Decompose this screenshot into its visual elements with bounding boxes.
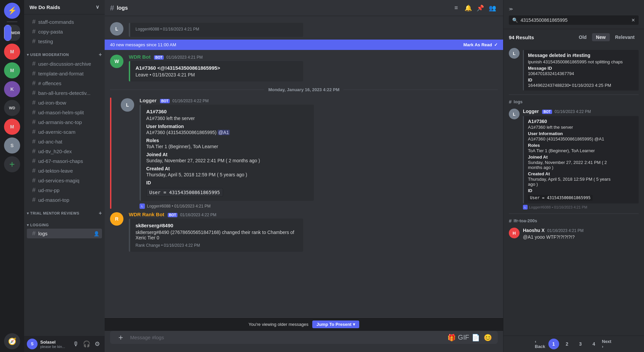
sidebar-item-ud-armanis-anc-top[interactable]: # ud-armanis-anc-top	[27, 117, 102, 127]
search-input[interactable]	[521, 17, 629, 23]
sidebar-item-ud-masori-helm-split[interactable]: # ud-masori-helm-split	[27, 108, 102, 117]
section-hash-icon: #	[509, 218, 512, 224]
sidebar-item-user-discussion-archive[interactable]: # user-discussion-archive	[27, 59, 102, 69]
result-text: @A1 yooo WTF?!?!?!?!?	[523, 234, 639, 240]
message-group-logger-leave: L Logger BOT 01/16/2023 4:22 PM A1#7360 …	[105, 96, 503, 210]
sidebar-item-ud-mv-pp[interactable]: # ud-mv-pp	[27, 185, 102, 195]
sidebar-item-ud-67-masori-chaps[interactable]: # ud-67-masori-chaps	[27, 156, 102, 166]
page-1-button[interactable]: 1	[548, 339, 559, 349]
search-result-haoshu[interactable]: H Haoshu X 01/16/2023 4:21 PM @A1 yooo W…	[503, 225, 644, 242]
deafen-button[interactable]: 🎧	[82, 339, 91, 349]
bot-badge: BOT	[542, 110, 552, 114]
user-controls: 🎙 🎧 ⚙	[71, 339, 102, 349]
jump-to-present-button[interactable]: Jump To Present ▾	[312, 320, 359, 328]
search-icon: 🔍	[512, 17, 518, 23]
message-header: WDR Bot BOT 01/16/2023 4:21 PM	[129, 54, 498, 60]
settings-button[interactable]: ⚙	[93, 339, 102, 349]
message-embed: sk8erserg#8490 sk8erserg#8490 (276786505…	[129, 219, 303, 252]
server-m4[interactable]: WD	[4, 100, 20, 116]
chat-header: # logs ≡ 🔔 📌 👥	[105, 0, 503, 16]
sidebar-item-ud-masori-top[interactable]: # ud-masori-top	[27, 195, 102, 205]
message-header: WDR Rank Bot BOT 01/16/2023 4:22 PM	[129, 212, 498, 217]
code-text: User = 431543500861865995	[149, 190, 220, 195]
sidebar-item-ud-anc-hat[interactable]: # ud-anc-hat	[27, 137, 102, 146]
section-trial-mentor-reviews[interactable]: ▾ TRIAL MENTOR REVIEWS +	[24, 205, 105, 218]
server-m6[interactable]: S	[4, 137, 20, 154]
sort-old-button[interactable]: Old	[575, 33, 591, 41]
clear-search-button[interactable]: ✕	[631, 17, 635, 23]
deleted-message-embed: Message deleted in #testing lpunish 4315…	[523, 50, 639, 91]
sidebar-server-name[interactable]: We Do Raids ∨	[24, 0, 105, 14]
sidebar-item-template-and-format[interactable]: # template-and-format	[27, 69, 102, 78]
sidebar-item-ud-tekton-leave[interactable]: # ud-tekton-leave	[27, 166, 102, 176]
embed-field-value-joined: Sunday, November 27, 2022 2:41 PM ( 2 mo…	[146, 158, 309, 163]
page-4-button[interactable]: 4	[589, 339, 599, 349]
result-avatar: L	[509, 109, 520, 119]
user-info-value: A1#7360 (431543500861865995) @A1	[528, 136, 635, 141]
id-code: User = 431543500861865995	[528, 195, 593, 201]
back-page-button[interactable]: ‹ Back	[535, 339, 546, 349]
search-result-deleted[interactable]: L Message deleted in #testing lpunish 43…	[503, 45, 644, 93]
deleted-msg-title: Message deleted in #testing	[528, 53, 635, 58]
sidebar-item-ud-avernic-scam[interactable]: # ud-avernic-scam	[27, 127, 102, 137]
message-author: Logger	[140, 98, 157, 103]
server-m5[interactable]: M	[4, 119, 20, 135]
section-logging[interactable]: ▾ LOGGING	[24, 218, 105, 229]
sidebar-item-logs[interactable]: # logs 👤	[27, 229, 102, 238]
pin-icon[interactable]: 📌	[475, 3, 486, 13]
attach-file-button[interactable]: +	[115, 332, 126, 343]
user-mention[interactable]: @A1	[594, 136, 604, 141]
hash-icon: #	[32, 119, 36, 126]
result-section-lfr: # lfr-toa-200s	[503, 217, 644, 225]
mark-as-read-button[interactable]: Mark As Read ✓	[464, 42, 498, 47]
page-3-button[interactable]: 3	[575, 339, 586, 349]
server-m2[interactable]: M	[4, 62, 20, 78]
embed-leave-field: Leave • 01/16/2023 4:21 PM	[136, 72, 298, 77]
threads-icon[interactable]: ≡	[451, 3, 462, 13]
channel-list: # staff-commands # copy-pasta # testing …	[24, 14, 105, 336]
result-timestamp: 01/16/2023 4:21 PM	[547, 228, 584, 233]
notification-icon[interactable]: 🔔	[463, 3, 474, 13]
new-messages-text: 40 new messages since 11:00 AM	[110, 42, 176, 47]
server-wdr[interactable]: WDR	[4, 25, 20, 41]
server-m1[interactable]: M	[4, 44, 20, 60]
mute-button[interactable]: 🎙	[71, 339, 80, 349]
collapse-search-button[interactable]: ≫	[509, 7, 513, 11]
explore-servers[interactable]: 🧭	[4, 333, 20, 349]
divider	[509, 95, 639, 95]
add-channel-icon-2[interactable]: +	[99, 210, 102, 216]
sidebar-item-ud-ttv-h20-dex[interactable]: # ud-ttv_h20-dex	[27, 146, 102, 156]
message-content: WDR Rank Bot BOT 01/16/2023 4:22 PM sk8e…	[129, 212, 498, 252]
sidebar-item-staff-commands[interactable]: # staff-commands	[27, 17, 102, 27]
page-2-button[interactable]: 2	[562, 339, 573, 349]
gif-icon[interactable]: GIF	[459, 333, 468, 342]
user-mention[interactable]: @A1	[218, 130, 229, 135]
message-group-wdrbot-leave: W WDR Bot BOT 01/16/2023 4:21 PM A1#7360…	[105, 53, 503, 83]
members-icon[interactable]: 👥	[487, 3, 498, 13]
gift-icon[interactable]: 🎁	[447, 333, 456, 342]
sort-new-button[interactable]: New	[592, 33, 610, 41]
sidebar-item-ud-iron-tbow[interactable]: # ud-iron-tbow	[27, 98, 102, 108]
server-m3[interactable]: K	[4, 81, 20, 97]
section-user-moderation[interactable]: ▾ USER MODERATION +	[24, 46, 105, 59]
new-messages-bar[interactable]: 40 new messages since 11:00 AM Mark As R…	[105, 40, 503, 50]
hash-icon: #	[32, 187, 36, 194]
sidebar-item-testing[interactable]: # testing	[27, 37, 102, 46]
sidebar-item-copy-pasta[interactable]: # copy-pasta	[27, 27, 102, 37]
add-channel-icon[interactable]: +	[99, 52, 102, 58]
add-server-button[interactable]: +	[4, 156, 20, 172]
search-result-logger[interactable]: L Logger BOT 01/16/2023 4:22 PM A1#7360 …	[503, 106, 644, 212]
hash-icon: #	[32, 90, 36, 97]
sidebar-item-ban-all[interactable]: # ban-all-lurers-detectiv...	[27, 88, 102, 98]
emoji-icon[interactable]: 😊	[483, 333, 492, 342]
sidebar-item-offences[interactable]: # # offences	[27, 78, 102, 88]
message-input[interactable]	[130, 331, 443, 344]
result-author: Haoshu X	[523, 228, 545, 233]
input-icons: 🎁 GIF 📄 😊	[447, 333, 492, 342]
embed-field-name-userinfo: User Information	[146, 124, 309, 129]
sort-relevant-button[interactable]: Relevant	[611, 33, 639, 41]
discord-home-button[interactable]: ⚡	[4, 3, 20, 19]
sticker-icon[interactable]: 📄	[471, 333, 480, 342]
sidebar-item-ud-services-magiq[interactable]: # ud-services-magiq	[27, 176, 102, 185]
next-page-button[interactable]: Next ›	[602, 339, 613, 349]
